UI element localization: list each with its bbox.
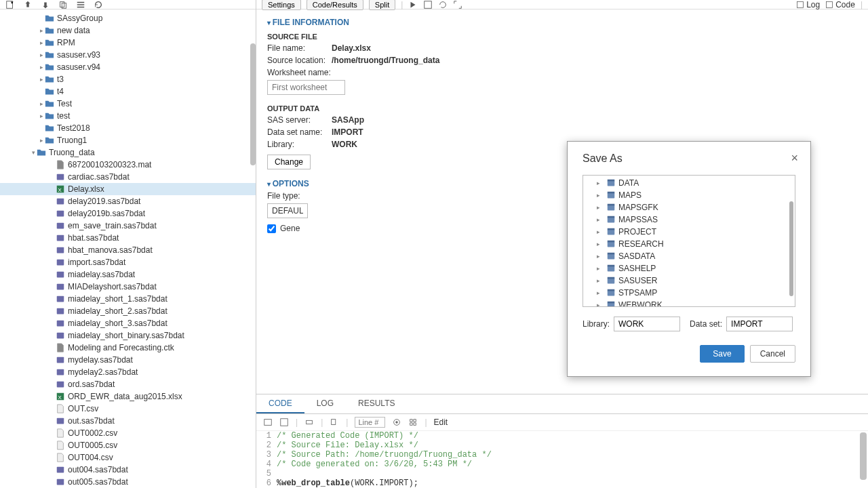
chevron-right-icon[interactable]: ▸ [597,228,604,235]
tree-item[interactable]: em_save_train.sas7bdat [0,220,256,232]
code-save-icon[interactable] [279,418,289,427]
tree-item[interactable]: OUT0005.csv [0,439,256,451]
tree-item[interactable]: Test2018 [0,122,256,134]
library-item[interactable]: ▸WEBWORK [583,299,795,307]
tree-item[interactable]: delay2019.sas7bdat [0,195,256,207]
code-copy-icon[interactable] [330,418,339,427]
tree-toggle-icon[interactable]: ▸ [38,39,45,46]
tree-scrollbar[interactable] [250,43,256,165]
tree-toggle-icon[interactable]: ▸ [38,113,45,119]
line-input[interactable] [355,417,385,428]
tree-item[interactable]: SAssyGroup [0,12,256,24]
generate-checkbox[interactable] [267,224,276,233]
tree-item[interactable]: import.sas7bdat [0,256,256,268]
tree-item[interactable]: miadelay.sas7bdat [0,268,256,281]
new-icon[interactable]: ▾ [5,0,15,9]
code-scrollbar[interactable] [860,432,867,480]
tab-log[interactable]: LOG [304,394,346,413]
file-info-header[interactable]: FILE INFORMATION [267,18,857,27]
tree-item[interactable]: OUT0002.csv [0,427,256,439]
tree-item[interactable]: miadelay_short_3.sas7bdat [0,317,256,329]
tree-item[interactable]: OUT.csv [0,403,256,415]
tree-item[interactable]: ▸new data [0,24,256,37]
code-print-icon[interactable] [304,418,314,427]
code-find-icon[interactable] [408,418,418,427]
download-icon[interactable] [41,0,50,9]
upload-icon[interactable] [23,0,33,9]
change-button[interactable]: Change [267,155,311,169]
close-icon[interactable]: × [791,151,798,165]
tree-item[interactable]: ord.sas7bdat [0,378,256,390]
tree-item[interactable]: ▸t3 [0,73,256,85]
edit-button[interactable]: Edit [434,418,448,427]
tree-item[interactable]: mydelay.sas7bdat [0,354,256,366]
code-editor[interactable]: 1/* Generated Code (IMPORT) */2/* Source… [256,431,868,488]
tree-toggle-icon[interactable]: ▸ [38,137,45,144]
tree-item[interactable]: ▸Test [0,98,256,110]
tree-item[interactable]: hbat.sas7bdat [0,232,256,244]
file-tree[interactable]: SAssyGroup▸new data▸RPM▸sasuser.v93▸sasu… [0,9,256,488]
tab-code[interactable]: CODE [256,394,304,413]
chevron-right-icon[interactable]: ▸ [597,265,604,272]
tree-item[interactable]: out.sas7bdat [0,415,256,427]
worksheet-input[interactable] [267,80,345,95]
tree-item[interactable]: miadelay_short_1.sas7bdat [0,293,256,305]
library-item[interactable]: ▸DATA [583,177,795,189]
tree-item[interactable]: miadelay_short_2.sas7bdat [0,305,256,317]
tree-item[interactable]: Modeling and Forecasting.ctk [0,342,256,354]
library-list[interactable]: ▸DATA▸MAPS▸MAPSGFK▸MAPSSAS▸PROJECT▸RESEA… [583,175,795,307]
tree-item[interactable]: ▸sasuser.v93 [0,49,256,61]
tree-item[interactable]: ▾Truong_data [0,146,256,159]
tree-item[interactable]: OUT004.csv [0,451,256,464]
tree-item[interactable]: out005.sas7bdat [0,476,256,488]
tree-item[interactable]: miadelay_short_binary.sas7bdat [0,329,256,342]
copy-icon[interactable] [58,0,68,9]
library-item[interactable]: ▸PROJECT [583,226,795,238]
tree-toggle-icon[interactable]: ▸ [38,64,45,70]
tree-item[interactable]: ▸RPM [0,37,256,49]
settings-button[interactable]: Settings [262,0,301,10]
tree-item[interactable]: XDelay.xlsx [0,183,256,195]
tree-item[interactable]: ▸test [0,110,256,122]
library-item[interactable]: ▸SASUSER [583,274,795,287]
chevron-right-icon[interactable]: ▸ [597,192,604,199]
log-tab-top[interactable]: Log [796,0,820,9]
split-button[interactable]: Split [369,0,395,10]
chevron-right-icon[interactable]: ▸ [597,204,604,211]
tree-item[interactable]: t4 [0,85,256,98]
code-open-icon[interactable] [263,418,273,427]
tree-item[interactable]: ▸Truong1 [0,134,256,146]
cancel-button[interactable]: Cancel [750,345,795,363]
library-item[interactable]: ▸SASHELP [583,262,795,274]
chevron-right-icon[interactable]: ▸ [597,302,604,307]
tree-item[interactable]: MIADelayshort.sas7bdat [0,281,256,293]
library-item[interactable]: ▸RESEARCH [583,238,795,250]
library-item[interactable]: ▸MAPSGFK [583,201,795,214]
tree-item[interactable]: hbat_manova.sas7bdat [0,244,256,256]
tree-toggle-icon[interactable]: ▸ [38,100,45,107]
save-icon[interactable] [423,0,433,9]
library-item[interactable]: ▸MAPS [583,189,795,201]
save-button[interactable]: Save [700,345,744,363]
library-item[interactable]: ▸SASDATA [583,250,795,262]
expand-icon[interactable] [453,0,462,9]
tree-item[interactable]: cardiac.sas7bdat [0,171,256,183]
code-tab-top[interactable]: Code [825,0,855,9]
tree-item[interactable]: mydelay2.sas7bdat [0,366,256,378]
tree-item[interactable]: XORD_EWR_data_aug2015.xlsx [0,390,256,403]
tree-item[interactable]: ▸sasuser.v94 [0,61,256,73]
library-item[interactable]: ▸MAPSSAS [583,214,795,226]
chevron-right-icon[interactable]: ▸ [597,277,604,284]
chevron-right-icon[interactable]: ▸ [597,216,604,223]
coderesults-button[interactable]: Code/Results [307,0,363,10]
filetype-input[interactable] [267,203,308,218]
tree-item[interactable]: out004.sas7bdat [0,464,256,476]
tree-toggle-icon[interactable]: ▸ [38,76,45,83]
chevron-right-icon[interactable]: ▸ [597,241,604,247]
tree-toggle-icon[interactable]: ▾ [30,149,37,156]
chevron-right-icon[interactable]: ▸ [597,289,604,296]
refresh-icon[interactable] [94,0,103,9]
tree-item[interactable]: 687200103200323.mat [0,159,256,171]
refresh-main-icon[interactable] [438,0,448,9]
chevron-right-icon[interactable]: ▸ [597,253,604,260]
